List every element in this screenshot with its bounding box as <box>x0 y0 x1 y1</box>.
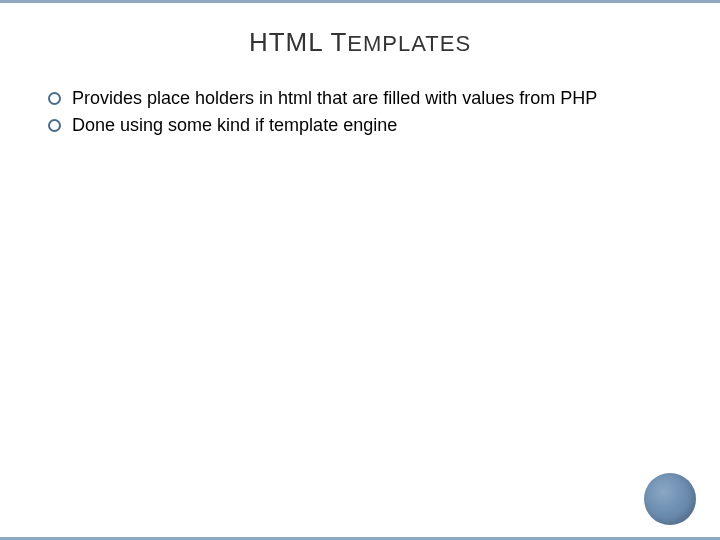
bullet-text: Done using some kind if template engine <box>72 115 397 135</box>
list-item: Provides place holders in html that are … <box>44 86 676 110</box>
slide-container: HTML Templates Provides place holders in… <box>0 0 720 540</box>
slide-content: Provides place holders in html that are … <box>0 58 720 138</box>
title-rest: emplates <box>347 31 471 56</box>
title-first: HTML T <box>249 27 347 57</box>
slide-title: HTML Templates <box>0 3 720 58</box>
bullet-list: Provides place holders in html that are … <box>44 86 676 138</box>
bullet-text: Provides place holders in html that are … <box>72 88 597 108</box>
list-item: Done using some kind if template engine <box>44 113 676 137</box>
decorative-circle-icon <box>644 473 696 525</box>
